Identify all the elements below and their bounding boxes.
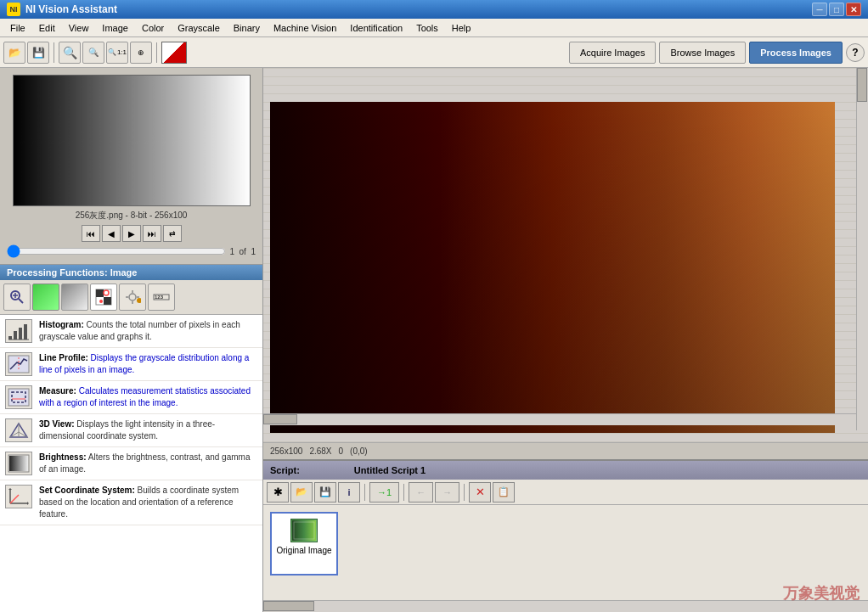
acquire-images-button[interactable]: Acquire Images xyxy=(569,42,656,64)
func-brightness[interactable]: Brightness: Alters the brightness, contr… xyxy=(0,447,262,480)
func-icon-binary[interactable] xyxy=(90,284,117,311)
script-title: Script: Untitled Script 1 xyxy=(263,461,868,480)
script-delete-button[interactable]: ✕ xyxy=(469,482,491,503)
minimize-button[interactable]: ─ xyxy=(812,3,827,16)
right-toolbar: Acquire Images Browse Images Process Ima… xyxy=(569,42,865,64)
script-node-original[interactable]: Original Image xyxy=(270,512,338,576)
nav-last-button[interactable]: ⏭ xyxy=(143,225,161,242)
script-info-button[interactable]: i xyxy=(338,482,360,503)
script-save-button[interactable]: 💾 xyxy=(314,482,336,503)
script-node-label: Original Image xyxy=(276,546,331,555)
histogram-icon xyxy=(5,319,32,343)
menu-file[interactable]: File xyxy=(3,21,32,35)
open-button[interactable]: 📂 xyxy=(3,42,25,64)
func-icon-measure[interactable]: 123 xyxy=(148,284,175,311)
image-info: 256灰度.png - 8-bit - 256x100 xyxy=(76,210,188,222)
script-new-button[interactable]: ✱ xyxy=(267,482,289,503)
right-panel: 256x100 2.68X 0 (0,0) Script: Untitled S… xyxy=(263,68,868,612)
svg-point-8 xyxy=(99,300,103,303)
nav-slider[interactable] xyxy=(7,245,226,257)
menu-bar: File Edit View Image Color Grayscale Bin… xyxy=(0,19,868,37)
menu-machine-vision[interactable]: Machine Vision xyxy=(267,21,343,35)
menu-view[interactable]: View xyxy=(62,21,96,35)
nav-next-button[interactable]: ▶ xyxy=(122,225,141,242)
menu-binary[interactable]: Binary xyxy=(227,21,267,35)
save-button[interactable]: 💾 xyxy=(27,42,49,64)
function-list: Histogram: Counts the total number of pi… xyxy=(0,315,262,612)
func-icon-color[interactable] xyxy=(32,284,59,311)
image-coords: (0,0) xyxy=(350,446,368,456)
script-copy-button[interactable]: 📋 xyxy=(493,482,515,503)
horizontal-scrollbar[interactable] xyxy=(263,413,856,425)
main-image-canvas[interactable] xyxy=(270,102,835,433)
func-3d-view[interactable]: 3D View: Displays the light intensity in… xyxy=(0,414,262,447)
script-panel: Script: Untitled Script 1 ✱ 📂 💾 i →1 ← →… xyxy=(263,459,868,612)
browse-images-button[interactable]: Browse Images xyxy=(659,42,746,64)
toolbar: 📂 💾 🔍 🔍- 🔍1:1 ⊕ Acquire Images Browse Im… xyxy=(0,37,868,68)
vertical-scrollbar[interactable] xyxy=(856,68,868,430)
script-label: Script: xyxy=(270,465,300,475)
func-histogram[interactable]: Histogram: Counts the total number of pi… xyxy=(0,315,262,348)
svg-rect-30 xyxy=(9,456,28,471)
function-icons: 123 xyxy=(0,280,262,315)
script-toolbar: ✱ 📂 💾 i →1 ← → ✕ 📋 xyxy=(263,480,868,505)
script-open-button[interactable]: 📂 xyxy=(290,482,313,503)
func-coordinate[interactable]: Set Coordinate System: Builds a coordina… xyxy=(0,480,262,525)
menu-image[interactable]: Image xyxy=(95,21,135,35)
svg-rect-20 xyxy=(24,324,27,340)
coordinate-text: Set Coordinate System: Builds a coordina… xyxy=(39,485,257,520)
menu-color[interactable]: Color xyxy=(135,21,171,35)
measure-icon xyxy=(5,385,32,409)
close-button[interactable]: ✕ xyxy=(846,3,861,16)
func-icon-gray[interactable] xyxy=(61,284,88,311)
processing-functions: Processing Functions: Image xyxy=(0,264,262,612)
script-nav-back[interactable]: ← xyxy=(409,482,433,503)
script-horizontal-scrollbar[interactable] xyxy=(263,600,868,612)
image-preview: 256灰度.png - 8-bit - 256x100 ⏮ ◀ ▶ ⏭ ⇄ 1 … xyxy=(0,68,262,264)
toolbar-separator-1 xyxy=(54,42,54,63)
image-channel: 0 xyxy=(339,446,344,456)
script-run-button[interactable]: →1 xyxy=(369,482,399,503)
menu-identification[interactable]: Identification xyxy=(343,21,409,35)
zoom-in-button[interactable]: 🔍 xyxy=(59,42,81,64)
script-toolbar-sep-1 xyxy=(364,484,365,501)
script-toolbar-sep-2 xyxy=(403,484,404,501)
func-line-profile[interactable]: Line Profile: Displays the grayscale dis… xyxy=(0,348,262,381)
nav-controls: ⏮ ◀ ▶ ⏭ ⇄ xyxy=(82,225,182,242)
svg-rect-19 xyxy=(19,328,22,340)
svg-marker-33 xyxy=(27,502,29,505)
svg-rect-18 xyxy=(14,331,17,340)
svg-point-9 xyxy=(129,294,136,300)
menu-help[interactable]: Help xyxy=(445,21,478,35)
func-icon-zoom[interactable] xyxy=(3,284,31,311)
svg-text:123: 123 xyxy=(155,295,164,300)
svg-rect-6 xyxy=(104,297,111,305)
menu-grayscale[interactable]: Grayscale xyxy=(171,21,227,35)
zoom-custom-button[interactable]: ⊕ xyxy=(130,42,152,64)
coordinate-icon xyxy=(5,485,32,508)
app-title: NI Vision Assistant xyxy=(25,3,812,15)
svg-marker-34 xyxy=(8,488,12,490)
color-picker[interactable] xyxy=(161,42,187,64)
title-bar: NI NI Vision Assistant ─ □ ✕ xyxy=(0,0,868,19)
zoom-fit-button[interactable]: 🔍1:1 xyxy=(106,42,128,64)
line-profile-text: Line Profile: Displays the grayscale dis… xyxy=(39,352,257,376)
preview-canvas xyxy=(13,75,251,206)
script-canvas[interactable]: Original Image xyxy=(263,505,868,600)
menu-edit[interactable]: Edit xyxy=(32,21,62,35)
func-measure[interactable]: Measure: Calculates measurement statisti… xyxy=(0,381,262,414)
page-info: 1 of 1 xyxy=(229,247,256,256)
menu-tools[interactable]: Tools xyxy=(409,21,445,35)
maximize-button[interactable]: □ xyxy=(829,3,844,16)
nav-prev-button[interactable]: ◀ xyxy=(102,225,121,242)
process-images-button[interactable]: Process Images xyxy=(749,42,843,64)
script-nav-forward[interactable]: → xyxy=(435,482,459,503)
svg-line-35 xyxy=(10,495,19,503)
help-button[interactable]: ? xyxy=(846,43,865,62)
nav-extra-button[interactable]: ⇄ xyxy=(163,225,182,242)
script-name: Untitled Script 1 xyxy=(354,465,426,475)
brightness-text: Brightness: Alters the brightness, contr… xyxy=(39,452,257,475)
func-icon-tools[interactable] xyxy=(119,284,146,311)
nav-first-button[interactable]: ⏮ xyxy=(82,225,100,242)
zoom-out-button[interactable]: 🔍- xyxy=(82,42,104,64)
